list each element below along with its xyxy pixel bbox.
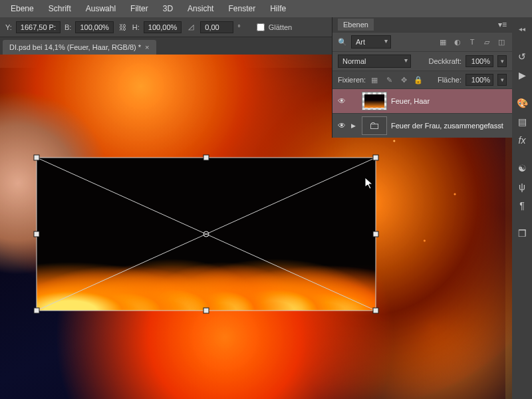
layer-thumbnail[interactable] xyxy=(362,92,387,110)
menu-view[interactable]: Ansicht xyxy=(181,1,220,16)
angle-field[interactable]: 0,00 xyxy=(200,21,233,33)
layer-list: 👁 Feuer, Haar 👁 ▶ 🗀 Feuer der Frau, zusa… xyxy=(332,88,512,138)
3d-icon[interactable]: ❒ xyxy=(513,225,531,242)
y-label: Y: xyxy=(5,23,12,31)
layer-name[interactable]: Feuer, Haar xyxy=(391,97,430,105)
handle-e[interactable] xyxy=(373,231,378,237)
layers-panel: Ebenen ▾≡ 🔍 Art ▦ ◐ T ▱ ◫ Normal Deckkra… xyxy=(332,17,512,138)
handle-nw[interactable] xyxy=(34,155,39,160)
layer-row[interactable]: 👁 ▶ 🗀 Feuer der Frau, zusammengefasst xyxy=(332,113,512,138)
menu-help[interactable]: Hilfe xyxy=(263,1,293,16)
styles-icon[interactable]: fx xyxy=(513,132,531,149)
opacity-dropdown-icon[interactable]: ▾ xyxy=(497,55,507,67)
menu-select[interactable]: Auswahl xyxy=(79,1,122,16)
color-icon[interactable]: 🎨 xyxy=(513,94,531,112)
menu-type[interactable]: Schrift xyxy=(42,1,78,16)
handle-w[interactable] xyxy=(34,231,39,237)
opacity-label: Deckkraft: xyxy=(428,57,462,65)
layers-tab[interactable]: Ebenen xyxy=(338,19,374,31)
antialias-checkbox[interactable] xyxy=(257,23,265,31)
history-icon[interactable]: ↺ xyxy=(513,48,531,65)
fill-dropdown-icon[interactable]: ▾ xyxy=(497,74,507,86)
search-icon: 🔍 xyxy=(338,38,347,47)
blend-mode-select[interactable]: Normal xyxy=(338,55,411,68)
lock-fill-row: Fixieren: ▦ ✎ ✥ 🔒 Fläche: 100% ▾ xyxy=(332,70,512,88)
h-label: H: xyxy=(132,23,140,31)
transform-outline xyxy=(33,154,380,315)
layer-filter-icons: ▦ ◐ T ▱ ◫ xyxy=(438,37,507,47)
width-field[interactable]: 100,00% xyxy=(75,21,113,33)
close-tab-icon[interactable]: × xyxy=(145,43,149,51)
fill-value[interactable]: 100% xyxy=(466,74,493,86)
blend-opacity-row: Normal Deckkraft: 100% ▾ xyxy=(332,51,512,70)
handle-ne[interactable] xyxy=(373,155,378,160)
link-wh-icon[interactable]: ⛓ xyxy=(118,22,128,33)
free-transform-box[interactable] xyxy=(37,158,376,311)
mouse-cursor-icon xyxy=(364,177,374,190)
layer-row[interactable]: 👁 Feuer, Haar xyxy=(332,88,512,113)
filter-pixel-icon[interactable]: ▦ xyxy=(438,37,448,47)
lock-pixels-icon[interactable]: ✎ xyxy=(384,75,394,84)
group-thumbnail-icon[interactable]: 🗀 xyxy=(362,116,387,135)
menu-window[interactable]: Fenster xyxy=(221,1,262,16)
lock-position-icon[interactable]: ✥ xyxy=(399,75,408,84)
layer-kind-select[interactable]: Art xyxy=(351,35,391,49)
actions-icon[interactable]: ▶ xyxy=(513,66,531,84)
lock-all-icon[interactable]: 🔒 xyxy=(414,75,423,84)
handle-n[interactable] xyxy=(203,155,209,160)
filter-adjust-icon[interactable]: ◐ xyxy=(452,37,463,47)
handle-se[interactable] xyxy=(373,308,378,313)
menu-3d[interactable]: 3D xyxy=(156,1,180,16)
collapsed-panel-dock: ◂◂ ↺ ▶ 🎨 ▤ fx ☯ ψ ¶ ❒ xyxy=(512,17,532,399)
angle-icon: ◿ xyxy=(186,22,196,33)
menu-layer[interactable]: Ebene xyxy=(4,1,41,16)
lock-transparent-icon[interactable]: ▦ xyxy=(370,75,379,84)
fill-label: Fläche: xyxy=(438,76,462,84)
layer-name[interactable]: Feuer der Frau, zusammengefasst xyxy=(391,122,503,130)
antialias-label: Glätten xyxy=(269,23,292,31)
handle-sw[interactable] xyxy=(34,308,39,313)
opacity-value[interactable]: 100% xyxy=(466,55,493,67)
height-field[interactable]: 100,00% xyxy=(144,21,182,33)
deg-label: ° xyxy=(237,23,240,31)
filter-smart-icon[interactable]: ◫ xyxy=(496,37,507,47)
lock-label: Fixieren: xyxy=(338,76,366,84)
swatches-icon[interactable]: ▤ xyxy=(513,113,531,130)
app-menu-bar: Ebene Schrift Auswahl Filter 3D Ansicht … xyxy=(0,0,532,17)
filter-shape-icon[interactable]: ▱ xyxy=(481,37,492,47)
properties-icon[interactable]: ψ xyxy=(513,178,531,196)
dock-collapse-icon[interactable]: ◂◂ xyxy=(518,20,526,37)
document-tab-title: DI.psd bei 14,1% (Feuer, Haar, RGB/8) * xyxy=(9,43,141,51)
visibility-toggle-icon[interactable]: 👁 xyxy=(336,121,347,130)
document-tab[interactable]: DI.psd bei 14,1% (Feuer, Haar, RGB/8) * … xyxy=(3,40,156,55)
visibility-toggle-icon[interactable]: 👁 xyxy=(336,96,347,106)
w-label: B: xyxy=(65,23,71,31)
handle-s[interactable] xyxy=(203,308,209,313)
menu-filter[interactable]: Filter xyxy=(124,1,155,16)
paragraph-icon[interactable]: ¶ xyxy=(513,197,531,214)
group-disclosure-icon[interactable]: ▶ xyxy=(351,122,358,129)
panel-tab-strip: Ebenen ▾≡ xyxy=(332,17,512,32)
filter-type-icon[interactable]: T xyxy=(467,37,477,47)
y-value-field[interactable]: 1667,50 P: xyxy=(16,21,61,33)
panel-menu-icon[interactable]: ▾≡ xyxy=(498,20,507,29)
adjustments-icon[interactable]: ☯ xyxy=(513,160,531,177)
lock-icons: ▦ ✎ ✥ 🔒 xyxy=(370,75,423,84)
filter-row: 🔍 Art ▦ ◐ T ▱ ◫ xyxy=(332,32,512,51)
